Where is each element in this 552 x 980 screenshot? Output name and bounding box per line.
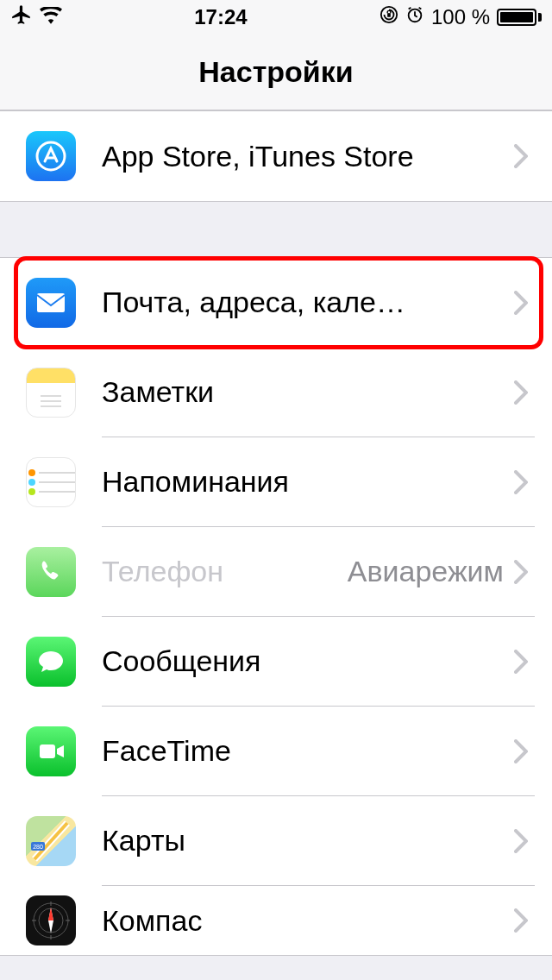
rotation-lock-icon: [380, 5, 398, 29]
row-compass[interactable]: Компас: [0, 886, 552, 955]
battery-percent: 100 %: [431, 5, 490, 29]
phone-icon: [26, 547, 76, 597]
notes-icon: [26, 368, 76, 418]
row-label: App Store, iTunes Store: [102, 140, 514, 173]
row-appstore[interactable]: App Store, iTunes Store: [0, 111, 552, 201]
status-time: 17:24: [62, 5, 380, 29]
row-messages[interactable]: Сообщения: [0, 617, 552, 707]
row-label: Карты: [102, 824, 514, 858]
svg-text:280: 280: [33, 844, 43, 850]
row-mail[interactable]: Почта, адреса, кале…: [0, 258, 552, 348]
facetime-icon: [26, 726, 76, 776]
settings-group-apps: Почта, адреса, кале… Заметки Напоминания: [0, 257, 552, 956]
row-facetime[interactable]: FaceTime: [0, 707, 552, 796]
messages-icon: [26, 637, 76, 687]
row-label: Компас: [102, 904, 514, 938]
row-label: Напоминания: [102, 465, 514, 499]
battery-icon: [497, 9, 542, 26]
row-label: Сообщения: [102, 644, 514, 678]
row-reminders[interactable]: Напоминания: [0, 437, 552, 527]
chevron-right-icon: [514, 470, 528, 494]
row-maps[interactable]: 280 Карты: [0, 796, 552, 886]
nav-bar: Настройки: [0, 35, 552, 110]
maps-icon: 280: [26, 816, 76, 866]
alarm-icon: [405, 5, 424, 29]
compass-icon: [26, 895, 76, 945]
row-label: FaceTime: [102, 734, 514, 768]
row-label: Почта, адреса, кале…: [102, 286, 514, 319]
wifi-icon: [40, 5, 62, 29]
appstore-icon: [26, 131, 76, 181]
chevron-right-icon: [514, 908, 528, 933]
chevron-right-icon: [514, 291, 528, 315]
status-bar: 17:24 100 %: [0, 0, 552, 35]
svg-rect-4: [37, 293, 65, 312]
row-notes[interactable]: Заметки: [0, 348, 552, 437]
svg-rect-1: [387, 13, 391, 17]
chevron-right-icon: [514, 560, 528, 584]
chevron-right-icon: [514, 144, 528, 168]
page-title: Настройки: [198, 55, 353, 89]
airplane-mode-icon: [10, 3, 33, 31]
chevron-right-icon: [514, 829, 528, 853]
chevron-right-icon: [514, 380, 528, 405]
reminders-icon: [26, 457, 76, 507]
settings-group-store: App Store, iTunes Store: [0, 110, 552, 202]
row-detail: Авиарежим: [348, 555, 504, 588]
mail-icon: [26, 278, 76, 328]
row-phone[interactable]: Телефон Авиарежим: [0, 527, 552, 617]
chevron-right-icon: [514, 739, 528, 763]
svg-rect-8: [40, 744, 55, 758]
row-label: Телефон: [102, 555, 348, 588]
row-label: Заметки: [102, 375, 514, 409]
chevron-right-icon: [514, 650, 528, 674]
